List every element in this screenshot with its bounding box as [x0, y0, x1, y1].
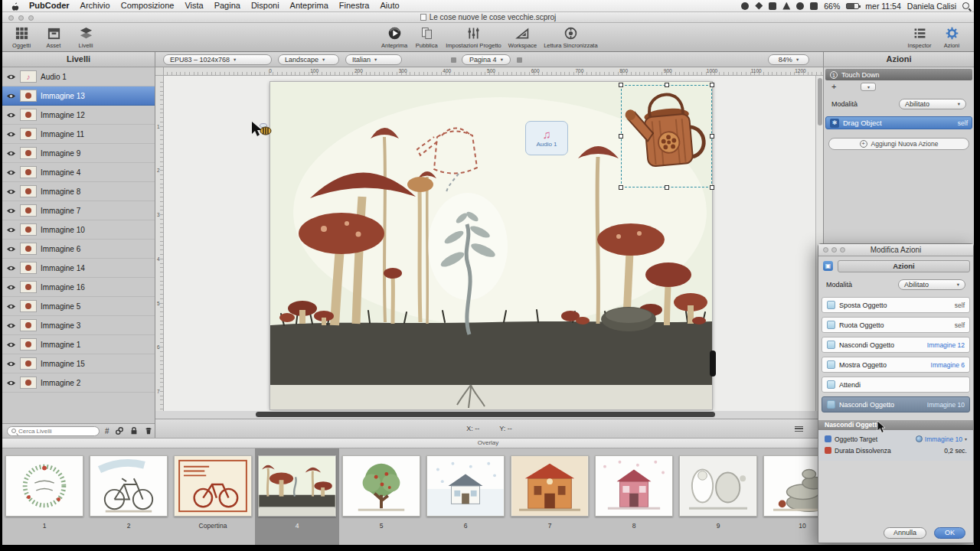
eye-icon[interactable]	[6, 246, 16, 253]
selection-handle-nw[interactable]	[619, 83, 623, 87]
layer-row[interactable]: Immagine 4	[2, 163, 155, 182]
toolbar-button-pubblica[interactable]: Pubblica	[412, 24, 441, 50]
close-window-button[interactable]	[8, 15, 14, 21]
layer-row[interactable]: Immagine 10	[2, 220, 155, 240]
layer-row[interactable]: Immagine 8	[2, 182, 155, 201]
selection-handle-se[interactable]	[710, 185, 714, 190]
layer-row[interactable]: Immagine 12	[2, 106, 155, 125]
action-target[interactable]: Immagine 6	[931, 361, 965, 369]
layer-row[interactable]: Immagine 1	[2, 335, 155, 354]
window-titlebar[interactable]: Le cose nuove le cose vecchie.scproj	[2, 12, 974, 23]
layer-row[interactable]: Immagine 13	[2, 86, 155, 106]
selection-handle-ne[interactable]	[710, 83, 714, 87]
action-row[interactable]: Attendi	[822, 377, 970, 393]
action-row[interactable]: Nascondi OggettoImmagine 10	[822, 396, 970, 412]
menu-archivio[interactable]: Archivio	[75, 0, 116, 11]
eye-icon[interactable]	[6, 131, 16, 138]
page-dropdown[interactable]: Pagina 4▾	[462, 54, 511, 65]
selection-handle-w[interactable]	[619, 134, 623, 139]
airplay-icon[interactable]	[782, 2, 790, 10]
link-icon[interactable]	[115, 426, 124, 435]
action-target[interactable]: Immagine 10	[927, 401, 965, 409]
eye-icon[interactable]	[6, 93, 16, 99]
lock-icon[interactable]	[129, 426, 139, 435]
hash-icon[interactable]: #	[105, 427, 109, 435]
eye-icon[interactable]	[6, 341, 16, 348]
minimize-window-button[interactable]	[18, 15, 24, 21]
toolbar-button-lettura[interactable]: Lettura Sincronizzata	[541, 24, 599, 50]
action-row[interactable]: Mostra OggettoImmagine 6	[822, 357, 970, 373]
zoom-dropdown[interactable]: 84%▾	[768, 54, 809, 65]
menubar-user[interactable]: Daniela Calisi	[907, 2, 956, 11]
actions-tab-icon[interactable]: ▣	[823, 261, 833, 271]
layer-row[interactable]: Immagine 5	[2, 297, 155, 316]
toolbar-button-impostazioni[interactable]: Impostazioni Progetto	[443, 24, 504, 50]
eye-icon[interactable]	[6, 380, 16, 386]
modalita-dropdown[interactable]: Abilitato▾	[899, 99, 966, 109]
format-dropdown[interactable]: EPU83 – 1024x768▾	[163, 54, 272, 65]
layer-row[interactable]: Immagine 15	[2, 354, 155, 373]
menu-disponi[interactable]: Disponi	[246, 0, 285, 11]
battery-icon[interactable]	[846, 3, 859, 9]
modifica-zoom-button[interactable]	[840, 247, 845, 253]
camera-icon[interactable]	[741, 2, 749, 10]
modifica-close-button[interactable]	[823, 247, 828, 253]
page-thumbnail-2[interactable]: 2	[87, 448, 171, 545]
apple-menu-icon[interactable]	[7, 2, 24, 11]
ok-button[interactable]: OK	[934, 527, 965, 539]
toolbar-button-workspace[interactable]: Workspace	[506, 24, 539, 50]
volume-icon[interactable]	[810, 2, 818, 10]
layer-row[interactable]: Immagine 2	[2, 373, 155, 393]
toolbar-button-anteprima[interactable]: Anteprima	[379, 24, 410, 50]
layer-row[interactable]: Immagine 11	[2, 125, 155, 144]
layer-row[interactable]: Immagine 6	[2, 240, 155, 259]
menu-pagina[interactable]: Pagina	[209, 0, 246, 11]
layers-search-input[interactable]	[18, 428, 95, 435]
action-drag-object[interactable]: ✱ Drag Object self	[825, 116, 972, 129]
page-thumbnail-copertina[interactable]: Copertina	[171, 448, 255, 545]
menu-composizione[interactable]: Composizione	[116, 0, 180, 11]
selection-handle-sw[interactable]	[619, 185, 623, 190]
action-target[interactable]: Immagine 12	[927, 341, 965, 349]
language-dropdown[interactable]: Italian▾	[345, 54, 402, 65]
menu-finestra[interactable]: Finestra	[334, 0, 375, 11]
menu-aiuto[interactable]: Aiuto	[375, 0, 405, 11]
page-thumbnail-1[interactable]: 1	[2, 448, 87, 545]
page-thumbnail-5[interactable]: 5	[339, 448, 423, 545]
eye-icon[interactable]	[6, 284, 16, 291]
selection-handle-n[interactable]	[665, 83, 669, 87]
eye-icon[interactable]	[6, 112, 16, 119]
action-row[interactable]: Sposta Oggettoself	[822, 297, 970, 313]
toolbar-button-asset[interactable]: Asset	[39, 24, 68, 50]
layer-row[interactable]: Immagine 14	[2, 259, 155, 278]
eye-icon[interactable]	[6, 207, 16, 214]
selected-object-watering-can[interactable]	[621, 85, 712, 187]
horizontal-scrollbar[interactable]	[256, 412, 715, 417]
page-next-icon[interactable]	[517, 57, 522, 63]
modifica-modalita-dropdown[interactable]: Abilitato▾	[898, 279, 965, 290]
menu-anteprima[interactable]: Anteprima	[285, 0, 334, 11]
eye-icon[interactable]	[6, 303, 16, 310]
layer-row[interactable]: ♪Audio 1	[2, 67, 155, 86]
action-row[interactable]: Nascondi OggettoImmagine 12	[822, 337, 970, 353]
page-thumbnail-6[interactable]: 6	[423, 448, 508, 545]
toolbar-button-azioni[interactable]: Azioni	[937, 24, 966, 50]
audio-object-badge[interactable]: ♫ Audio 1	[525, 121, 568, 155]
toolbar-button-livelli[interactable]: Livelli	[71, 24, 100, 50]
page-thumbnail-4[interactable]: 4	[255, 448, 339, 545]
event-touch-down[interactable]: 1 Touch Down	[825, 69, 972, 80]
page-canvas[interactable]: ♫ Audio 1	[270, 82, 712, 409]
page-thumbnail-7[interactable]: 7	[508, 448, 592, 545]
zoom-window-button[interactable]	[28, 15, 34, 21]
event-dropdown[interactable]: ▾	[861, 83, 876, 91]
menu-pubcoder[interactable]: PubCoder	[24, 0, 75, 11]
page-prev-icon[interactable]	[451, 57, 456, 63]
add-event-button[interactable]: +	[831, 83, 836, 91]
annulla-button[interactable]: Annulla	[884, 527, 926, 539]
statusbar-menu-icon[interactable]	[795, 426, 803, 432]
page-thumbnail-8[interactable]: 8	[592, 448, 676, 545]
page-thumbnail-9[interactable]: 9	[676, 448, 760, 545]
wifi-icon[interactable]	[796, 2, 804, 10]
layer-row[interactable]: Immagine 7	[2, 201, 155, 220]
eye-icon[interactable]	[6, 169, 16, 176]
